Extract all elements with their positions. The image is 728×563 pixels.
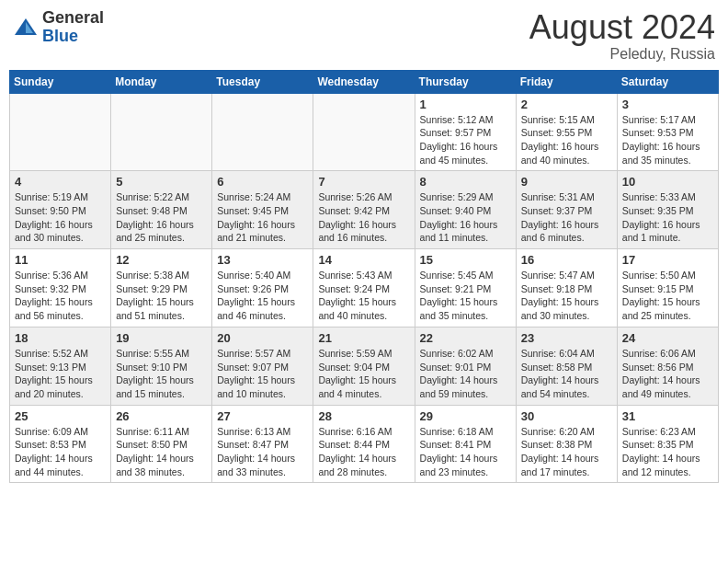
day-info: Sunrise: 5:33 AM Sunset: 9:35 PM Dayligh… xyxy=(622,190,713,245)
day-info: Sunrise: 5:26 AM Sunset: 9:42 PM Dayligh… xyxy=(318,190,409,245)
calendar-day-cell: 6Sunrise: 5:24 AM Sunset: 9:45 PM Daylig… xyxy=(212,171,313,249)
logo-icon xyxy=(13,15,39,40)
calendar-day-cell: 14Sunrise: 5:43 AM Sunset: 9:24 PM Dayli… xyxy=(313,249,415,327)
logo-general: General xyxy=(42,9,104,28)
calendar-week-row: 18Sunrise: 5:52 AM Sunset: 9:13 PM Dayli… xyxy=(10,327,719,405)
calendar-day-cell: 4Sunrise: 5:19 AM Sunset: 9:50 PM Daylig… xyxy=(10,171,111,249)
day-number: 4 xyxy=(15,175,106,189)
calendar-week-row: 11Sunrise: 5:36 AM Sunset: 9:32 PM Dayli… xyxy=(10,249,719,327)
day-number: 7 xyxy=(318,175,409,189)
day-info: Sunrise: 5:31 AM Sunset: 9:37 PM Dayligh… xyxy=(521,190,612,245)
day-number: 13 xyxy=(217,253,308,267)
calendar-day-cell: 15Sunrise: 5:45 AM Sunset: 9:21 PM Dayli… xyxy=(415,249,516,327)
calendar-day-cell: 30Sunrise: 6:20 AM Sunset: 8:38 PM Dayli… xyxy=(516,405,617,483)
weekday-header-sunday: Sunday xyxy=(10,70,111,93)
day-info: Sunrise: 5:15 AM Sunset: 9:55 PM Dayligh… xyxy=(521,113,612,167)
title-section: August 2024 Peleduy, Russia xyxy=(529,9,715,63)
weekday-header-monday: Monday xyxy=(111,70,212,93)
day-info: Sunrise: 6:02 AM Sunset: 9:01 PM Dayligh… xyxy=(420,347,511,401)
calendar-day-cell: 10Sunrise: 5:33 AM Sunset: 9:35 PM Dayli… xyxy=(617,171,718,249)
day-number: 1 xyxy=(420,98,511,111)
day-info: Sunrise: 5:24 AM Sunset: 9:45 PM Dayligh… xyxy=(217,190,308,245)
day-number: 16 xyxy=(521,253,612,267)
day-info: Sunrise: 6:23 AM Sunset: 8:35 PM Dayligh… xyxy=(622,425,713,479)
day-number: 27 xyxy=(217,409,308,423)
calendar-day-cell: 20Sunrise: 5:57 AM Sunset: 9:07 PM Dayli… xyxy=(212,327,313,405)
day-number: 22 xyxy=(420,331,511,345)
day-number: 28 xyxy=(318,409,409,423)
weekday-header-thursday: Thursday xyxy=(415,70,516,93)
calendar-day-cell: 2Sunrise: 5:15 AM Sunset: 9:55 PM Daylig… xyxy=(516,93,617,171)
month-year-title: August 2024 xyxy=(529,9,715,46)
day-number: 29 xyxy=(420,409,511,423)
calendar-week-row: 4Sunrise: 5:19 AM Sunset: 9:50 PM Daylig… xyxy=(10,171,719,249)
calendar-week-row: 25Sunrise: 6:09 AM Sunset: 8:53 PM Dayli… xyxy=(10,405,719,483)
day-number: 6 xyxy=(217,175,308,189)
calendar-day-cell: 7Sunrise: 5:26 AM Sunset: 9:42 PM Daylig… xyxy=(313,171,415,249)
day-number: 19 xyxy=(116,331,207,345)
day-info: Sunrise: 6:09 AM Sunset: 8:53 PM Dayligh… xyxy=(15,425,106,479)
day-number: 21 xyxy=(318,331,409,345)
day-info: Sunrise: 6:20 AM Sunset: 8:38 PM Dayligh… xyxy=(521,425,612,479)
logo-blue: Blue xyxy=(42,28,104,46)
day-info: Sunrise: 5:22 AM Sunset: 9:48 PM Dayligh… xyxy=(116,190,207,245)
calendar-day-cell: 21Sunrise: 5:59 AM Sunset: 9:04 PM Dayli… xyxy=(313,327,415,405)
weekday-header-wednesday: Wednesday xyxy=(313,70,415,93)
day-number: 10 xyxy=(622,175,713,189)
calendar-day-cell xyxy=(212,93,313,171)
calendar-day-cell: 25Sunrise: 6:09 AM Sunset: 8:53 PM Dayli… xyxy=(10,405,111,483)
day-info: Sunrise: 6:11 AM Sunset: 8:50 PM Dayligh… xyxy=(116,425,207,479)
day-info: Sunrise: 5:47 AM Sunset: 9:18 PM Dayligh… xyxy=(521,269,612,323)
location-subtitle: Peleduy, Russia xyxy=(529,46,715,63)
calendar-day-cell: 26Sunrise: 6:11 AM Sunset: 8:50 PM Dayli… xyxy=(111,405,212,483)
day-info: Sunrise: 5:57 AM Sunset: 9:07 PM Dayligh… xyxy=(217,347,308,401)
day-info: Sunrise: 6:18 AM Sunset: 8:41 PM Dayligh… xyxy=(420,425,511,479)
day-info: Sunrise: 5:36 AM Sunset: 9:32 PM Dayligh… xyxy=(15,269,106,323)
day-number: 17 xyxy=(622,253,713,267)
calendar-day-cell: 11Sunrise: 5:36 AM Sunset: 9:32 PM Dayli… xyxy=(10,249,111,327)
calendar-day-cell: 19Sunrise: 5:55 AM Sunset: 9:10 PM Dayli… xyxy=(111,327,212,405)
calendar-day-cell: 28Sunrise: 6:16 AM Sunset: 8:44 PM Dayli… xyxy=(313,405,415,483)
day-info: Sunrise: 5:52 AM Sunset: 9:13 PM Dayligh… xyxy=(15,347,106,401)
calendar-day-cell xyxy=(10,93,111,171)
day-number: 15 xyxy=(420,253,511,267)
calendar-day-cell: 31Sunrise: 6:23 AM Sunset: 8:35 PM Dayli… xyxy=(617,405,718,483)
day-number: 5 xyxy=(116,175,207,189)
calendar-day-cell: 8Sunrise: 5:29 AM Sunset: 9:40 PM Daylig… xyxy=(415,171,516,249)
day-info: Sunrise: 5:45 AM Sunset: 9:21 PM Dayligh… xyxy=(420,269,511,323)
calendar-day-cell: 16Sunrise: 5:47 AM Sunset: 9:18 PM Dayli… xyxy=(516,249,617,327)
calendar-day-cell: 12Sunrise: 5:38 AM Sunset: 9:29 PM Dayli… xyxy=(111,249,212,327)
day-info: Sunrise: 6:04 AM Sunset: 8:58 PM Dayligh… xyxy=(521,347,612,401)
day-number: 26 xyxy=(116,409,207,423)
day-info: Sunrise: 5:43 AM Sunset: 9:24 PM Dayligh… xyxy=(318,269,409,323)
calendar-day-cell: 17Sunrise: 5:50 AM Sunset: 9:15 PM Dayli… xyxy=(617,249,718,327)
weekday-header-friday: Friday xyxy=(516,70,617,93)
calendar-day-cell xyxy=(111,93,212,171)
weekday-header-row: SundayMondayTuesdayWednesdayThursdayFrid… xyxy=(10,70,719,93)
day-info: Sunrise: 5:59 AM Sunset: 9:04 PM Dayligh… xyxy=(318,347,409,401)
day-number: 23 xyxy=(521,331,612,345)
calendar-day-cell: 22Sunrise: 6:02 AM Sunset: 9:01 PM Dayli… xyxy=(415,327,516,405)
calendar-day-cell: 9Sunrise: 5:31 AM Sunset: 9:37 PM Daylig… xyxy=(516,171,617,249)
day-number: 9 xyxy=(521,175,612,189)
day-number: 30 xyxy=(521,409,612,423)
calendar-day-cell: 1Sunrise: 5:12 AM Sunset: 9:57 PM Daylig… xyxy=(415,93,516,171)
day-number: 18 xyxy=(15,331,106,345)
day-info: Sunrise: 6:16 AM Sunset: 8:44 PM Dayligh… xyxy=(318,425,409,479)
day-info: Sunrise: 6:06 AM Sunset: 8:56 PM Dayligh… xyxy=(622,347,713,401)
day-number: 20 xyxy=(217,331,308,345)
calendar-day-cell: 23Sunrise: 6:04 AM Sunset: 8:58 PM Dayli… xyxy=(516,327,617,405)
day-info: Sunrise: 5:19 AM Sunset: 9:50 PM Dayligh… xyxy=(15,190,106,245)
page-header: General Blue August 2024 Peleduy, Russia xyxy=(9,9,719,63)
calendar-day-cell: 27Sunrise: 6:13 AM Sunset: 8:47 PM Dayli… xyxy=(212,405,313,483)
calendar-day-cell xyxy=(313,93,415,171)
calendar-day-cell: 3Sunrise: 5:17 AM Sunset: 9:53 PM Daylig… xyxy=(617,93,718,171)
calendar-day-cell: 29Sunrise: 6:18 AM Sunset: 8:41 PM Dayli… xyxy=(415,405,516,483)
day-number: 25 xyxy=(15,409,106,423)
logo-text: General Blue xyxy=(42,9,104,46)
day-info: Sunrise: 5:12 AM Sunset: 9:57 PM Dayligh… xyxy=(420,113,511,167)
day-number: 8 xyxy=(420,175,511,189)
day-number: 14 xyxy=(318,253,409,267)
day-info: Sunrise: 5:50 AM Sunset: 9:15 PM Dayligh… xyxy=(622,269,713,323)
weekday-header-saturday: Saturday xyxy=(617,70,718,93)
